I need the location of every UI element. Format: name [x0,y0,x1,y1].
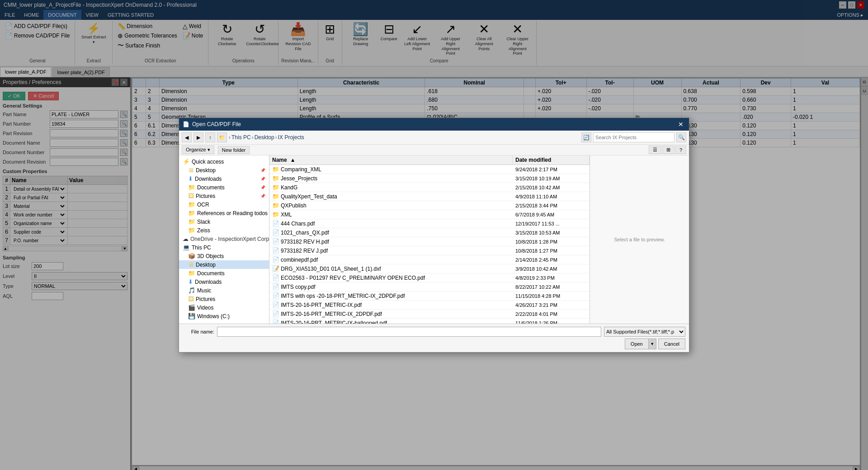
nav-up-btn[interactable]: ↑ [205,132,215,142]
list-item[interactable]: 📄 1021_chars_QX.pdf 3/15/2018 10:53 AM [269,228,590,237]
file-type-icon: 📁 [272,166,279,173]
nav-forward-btn[interactable]: ▶ [193,132,203,142]
onedrive-icon: ☁ [183,235,189,242]
search-btn[interactable]: 🔍 [676,132,686,142]
open-button[interactable]: Open [625,338,648,349]
modal-close-button[interactable]: ✕ [676,120,685,129]
file-name: 444 Chars.pdf [281,221,315,227]
files-list: 📁 Comparing_XML 9/24/2018 2:17 PM 📁 Jess… [269,165,590,324]
file-modified-cell: 4/8/2019 2:33 PM [513,274,590,282]
filetype-select[interactable]: All Supported Files(*.tif;*.tiff;*.p [604,327,685,337]
tree-zeiss[interactable]: 📁 Zeiss [179,226,269,235]
tree-music[interactable]: 🎵 Music [179,286,269,295]
list-item[interactable]: 📄 444 Chars.pdf 12/19/2017 11:53 ... [269,219,590,228]
tree-this-pc[interactable]: 💻 This PC [179,243,269,252]
tree-pictures-pc[interactable]: 🖼 Pictures [179,295,269,303]
list-item[interactable]: 📄 IMTS with ops -20-18-PRT_METRIC-IX_2DP… [269,291,590,301]
list-item[interactable]: 📄 IMTS-20-16-PRT_METRIC-IX-ballooned.pdf… [269,319,590,324]
list-item[interactable]: 📁 XML 6/7/2018 9:45 AM [269,210,590,219]
list-item[interactable]: 📁 QXPublish 2/15/2018 3:44 PM [269,201,590,210]
tree-documents-pc[interactable]: 📁 Documents [179,269,269,277]
list-item[interactable]: 📄 IMTS-20-16-PRT_METRIC-IX.pdf 4/26/2017… [269,301,590,310]
file-type-icon: 📁 [272,211,279,218]
files-col-name[interactable]: Name ▲ [269,155,513,164]
help-btn[interactable]: ? [675,146,686,154]
tree-downloads-qa[interactable]: ⬇ Downloads 📌 [179,174,269,183]
tree-windows-c[interactable]: 💾 Windows (C:) [179,312,269,320]
new-folder-btn[interactable]: New folder [218,146,250,154]
list-item[interactable]: 📄 9733182 REV J.pdf 10/8/2018 1:27 PM [269,246,590,255]
nav-this-pc[interactable]: This PC [231,134,251,141]
file-name: QualityXpert_Test_data [281,193,337,200]
zeiss-icon: 📁 [188,227,195,234]
tree-videos[interactable]: 🎬 Videos [179,303,269,312]
slack-icon: 📁 [188,218,195,225]
file-modified-cell: 2/15/2018 3:44 PM [513,202,590,209]
search-projects-input[interactable] [593,132,675,142]
file-name-cell: 📁 XML [269,210,513,219]
file-type-icon: 📄 [272,301,279,308]
tree-pictures-qa[interactable]: 🖼 Pictures 📌 [179,192,269,200]
nav-desktop[interactable]: Desktop [255,134,274,141]
tree-quick-access[interactable]: ⚡ Quick access [179,157,269,166]
references-icon: 📁 [188,210,195,216]
breadcrumb-path: › This PC › Desktop › IX Projects [229,134,580,141]
tree-desktop-qa[interactable]: 🖥 Desktop 📌 [179,166,269,174]
nav-ix-projects[interactable]: IX Projects [278,134,304,141]
refresh-btn[interactable]: 🔄 [581,132,591,142]
modal-title-bar: 📄 Open CAD/PDF File ✕ [179,118,689,131]
file-type-icon: 📄 [272,274,279,281]
file-name: Jesse_Projects [281,175,317,182]
file-name: 9733182 REV J.pdf [281,248,328,254]
tree-desktop-pc[interactable]: 🖥 Desktop [179,260,269,269]
file-name-cell: 📁 QXPublish [269,201,513,210]
tree-downloads-pc[interactable]: ⬇ Downloads [179,277,269,286]
folder-tree: ⚡ Quick access 🖥 Desktop 📌 ⬇ Downloads 📌… [179,155,269,324]
list-item[interactable]: 📄 IMTS-20-16-PRT_METRIC-IX_2DPDF.pdf 2/2… [269,310,590,319]
this-pc-icon: 💻 [183,244,190,251]
file-name: Comparing_XML [281,166,321,173]
files-header: Name ▲ Date modified [269,155,590,165]
list-item[interactable]: 📁 Comparing_XML 9/24/2018 2:17 PM [269,165,590,174]
nav-recent-btn[interactable]: 📁 [217,132,227,142]
file-modified-cell: 12/19/2017 11:53 ... [513,220,590,227]
file-name: IMTS-20-16-PRT_METRIC-IX-ballooned.pdf [281,320,387,324]
file-modified-cell: 8/22/2017 10:22 AM [513,283,590,291]
list-item[interactable]: 📁 KandG 2/15/2018 10:42 AM [269,183,590,192]
tree-documents-qa[interactable]: 📁 Documents 📌 [179,183,269,192]
file-modified-cell: 11/6/2018 1:26 PM [513,320,590,324]
view-list-btn[interactable]: ☰ [649,146,661,154]
list-item[interactable]: 📄 combinepdf.pdf 2/14/2018 2:45 PM [269,255,590,264]
file-name: 9733182 REV H.pdf [281,239,329,245]
list-item[interactable]: 📝 DRG_XIA5130_D01 01A_Sheet_1 (1).dxf 3/… [269,264,590,273]
cancel-file-button[interactable]: Cancel [658,338,685,349]
open-dropdown-btn[interactable]: ▼ [648,338,656,349]
organize-btn[interactable]: Organize ▾ [182,146,214,154]
file-name-cell: 📄 9733182 REV H.pdf [269,237,513,246]
file-modified-cell: 2/14/2018 2:45 PM [513,256,590,263]
list-item[interactable]: 📄 ECO2563 - P01297 REV C_PRELIMINARY OPE… [269,273,590,282]
quick-access-icon: ⚡ [183,158,190,165]
nav-back-btn[interactable]: ◀ [182,132,192,142]
list-item[interactable]: 📁 QualityXpert_Test_data 4/9/2018 11:10 … [269,192,590,201]
tree-ocr[interactable]: 📁 OCR [179,200,269,209]
tree-3d-objects[interactable]: 📦 3D Objects [179,252,269,260]
file-name: QXPublish [281,202,307,209]
tree-onedrive[interactable]: ☁ OneDrive - InspectionXpert Corporatio [179,235,269,243]
file-name-cell: 📄 IMTS-20-16-PRT_METRIC-IX.pdf [269,301,513,309]
view-detail-btn[interactable]: ⊞ [662,146,675,154]
tree-references[interactable]: 📁 References or Reading todos [179,209,269,217]
file-name: IMTS with ops -20-18-PRT_METRIC-IX_2DPDF… [281,293,405,299]
file-modified-cell: 9/24/2018 2:17 PM [513,166,590,173]
files-col-modified[interactable]: Date modified [513,155,590,164]
list-item[interactable]: 📄 9733182 REV H.pdf 10/8/2018 1:28 PM [269,237,590,246]
3d-objects-icon: 📦 [188,253,195,259]
list-item[interactable]: 📁 Jesse_Projects 3/15/2018 10:19 AM [269,174,590,183]
file-name: 1021_chars_QX.pdf [281,230,329,236]
file-name: DRG_XIA5130_D01 01A_Sheet_1 (1).dxf [281,266,381,272]
list-item[interactable]: 📄 IMTS copy.pdf 8/22/2017 10:22 AM [269,282,590,291]
tree-slack[interactable]: 📁 Slack [179,217,269,226]
file-type-icon: 📄 [272,320,279,324]
filename-input[interactable] [217,327,601,337]
file-name-cell: 📄 IMTS-20-16-PRT_METRIC-IX-ballooned.pdf [269,319,513,324]
